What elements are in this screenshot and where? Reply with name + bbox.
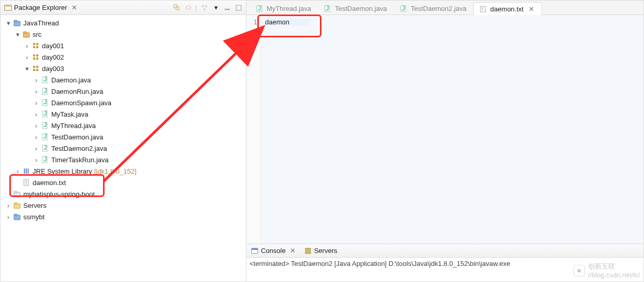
- java-file-icon: J: [41, 133, 49, 141]
- console-icon: [251, 247, 259, 255]
- svg-text:J: J: [43, 122, 47, 129]
- package-explorer-icon: [4, 4, 12, 12]
- svg-rect-8: [236, 5, 241, 10]
- tree-project-ssmybt[interactable]: › ssmybt: [2, 211, 246, 222]
- svg-rect-15: [33, 46, 35, 48]
- svg-text:J: J: [43, 110, 47, 117]
- collapse-all-icon[interactable]: [173, 4, 181, 12]
- tree-label: src: [32, 31, 41, 38]
- tree-label: day001: [41, 42, 64, 50]
- close-icon[interactable]: ✕: [288, 247, 298, 255]
- svg-rect-14: [36, 43, 38, 45]
- tree-file[interactable]: ›JDaemon.java: [2, 74, 246, 86]
- tree-package-day003[interactable]: ▾ day003: [2, 63, 246, 74]
- svg-rect-7: [225, 9, 230, 10]
- console-tab-label: Console: [261, 247, 286, 255]
- close-tab-icon[interactable]: ✕: [526, 5, 536, 13]
- tree-label: TestDaemon2.java: [50, 145, 107, 152]
- bottom-panel-tabs: Console ✕ Servers: [246, 244, 643, 258]
- tree-src-folder[interactable]: ▾ src: [2, 29, 246, 40]
- editor-tab-testdaemon2[interactable]: J TestDaemon2.java: [393, 2, 472, 15]
- svg-text:J: J: [43, 76, 47, 83]
- svg-point-5: [205, 5, 207, 7]
- tree-label: day002: [41, 53, 64, 61]
- svg-rect-10: [14, 20, 17, 22]
- tab-label: daemon.txt: [490, 5, 523, 13]
- toolbar-separator: |: [196, 4, 197, 11]
- svg-rect-41: [24, 168, 25, 174]
- svg-rect-42: [26, 168, 27, 174]
- svg-text:J: J: [326, 5, 329, 12]
- project-tree[interactable]: ▾ JavaThread ▾ src › day001 › day002 ▾: [1, 15, 246, 281]
- editor-tab-mythread[interactable]: J MyThread.java: [250, 2, 317, 15]
- servers-tab-label: Servers: [314, 247, 338, 255]
- close-icon[interactable]: ✕: [69, 4, 79, 11]
- package-icon: [32, 53, 40, 61]
- svg-rect-24: [36, 69, 38, 71]
- console-tab[interactable]: Console ✕: [251, 247, 298, 255]
- maximize-icon[interactable]: [235, 4, 243, 12]
- tree-label: JavaThread: [22, 19, 59, 27]
- view-menu-icon[interactable]: ▾: [212, 4, 220, 12]
- source-folder-icon: [22, 30, 31, 38]
- tree-project-mybatisplus[interactable]: mybatisplus-spring-boot: [2, 188, 246, 200]
- filter-icon[interactable]: [200, 4, 209, 12]
- svg-rect-49: [14, 191, 17, 193]
- svg-rect-65: [305, 248, 311, 250]
- svg-rect-13: [33, 43, 35, 45]
- package-icon: [32, 41, 40, 50]
- svg-text:J: J: [43, 88, 47, 94]
- tree-project-javathread[interactable]: ▾ JavaThread: [2, 17, 246, 29]
- tree-file[interactable]: ›JTestDaemon.java: [2, 131, 246, 143]
- svg-rect-3: [176, 7, 179, 10]
- servers-tab[interactable]: Servers: [304, 247, 338, 255]
- tree-file[interactable]: ›JTestDaemon2.java: [2, 143, 246, 154]
- editor-gutter: 1: [246, 15, 261, 244]
- svg-rect-19: [33, 58, 35, 60]
- minimize-icon[interactable]: [223, 4, 231, 12]
- tree-file[interactable]: ›JMyTask.java: [2, 108, 246, 120]
- tab-label: TestDaemon.java: [335, 5, 387, 12]
- tree-label: Servers: [22, 202, 47, 209]
- svg-point-4: [202, 5, 204, 7]
- svg-rect-16: [36, 46, 38, 48]
- console-output[interactable]: <terminated> TestDaemon2 [Java Applicati…: [246, 258, 643, 281]
- svg-text:J: J: [258, 5, 261, 12]
- package-explorer-title: Package Explorer: [14, 4, 67, 11]
- svg-text:J: J: [43, 156, 47, 163]
- console-status: <terminated> TestDaemon2 [Java Applicati…: [250, 260, 510, 267]
- tree-file[interactable]: ›JDaemonSpawn.java: [2, 97, 246, 108]
- tree-package-day001[interactable]: › day001: [2, 40, 246, 51]
- link-with-editor-icon[interactable]: [184, 4, 193, 12]
- text-file-icon: [22, 178, 31, 187]
- svg-text:J: J: [43, 145, 47, 151]
- tree-package-day002[interactable]: › day002: [2, 51, 246, 63]
- tab-label: TestDaemon2.java: [411, 5, 466, 12]
- editor-tab-testdaemon[interactable]: J TestDaemon.java: [318, 2, 392, 15]
- tree-file-daemon-txt[interactable]: daemon.txt: [2, 177, 246, 188]
- tree-label: MyThread.java: [50, 122, 96, 130]
- editor-body[interactable]: 1 daemon: [246, 15, 643, 244]
- tree-label: JRE System Library: [32, 167, 92, 175]
- svg-rect-23: [33, 69, 35, 71]
- editor-content[interactable]: daemon: [261, 15, 643, 244]
- svg-rect-20: [36, 58, 38, 60]
- java-file-icon: J: [255, 4, 264, 12]
- svg-rect-64: [252, 248, 258, 250]
- tree-file[interactable]: ›JDaemonRun.java: [2, 86, 246, 97]
- java-file-icon: J: [41, 76, 49, 84]
- tree-project-servers[interactable]: › Servers: [2, 200, 246, 211]
- tree-label: mybatisplus-spring-boot: [22, 190, 95, 198]
- tree-file[interactable]: ›JMyThread.java: [2, 120, 246, 131]
- project-closed-icon: [13, 190, 21, 198]
- svg-rect-53: [14, 214, 17, 216]
- svg-text:J: J: [43, 99, 47, 106]
- tree-label: day003: [41, 65, 64, 73]
- tree-label: DaemonRun.java: [50, 88, 103, 95]
- editor-tab-daemon-txt[interactable]: daemon.txt ✕: [473, 2, 542, 15]
- svg-rect-51: [14, 203, 17, 204]
- tab-label: MyThread.java: [267, 5, 311, 12]
- tree-file[interactable]: ›JTimerTaskRun.java: [2, 154, 246, 165]
- svg-text:J: J: [402, 5, 405, 12]
- tree-jre-library[interactable]: › JRE System Library [jdk1.8.0_152]: [2, 165, 246, 177]
